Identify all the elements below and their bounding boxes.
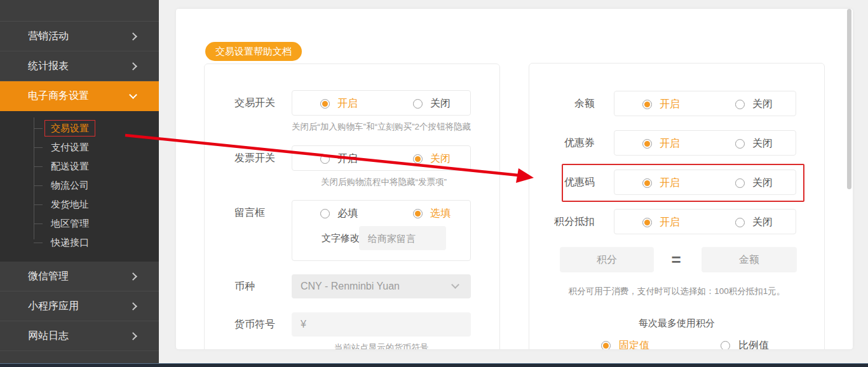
message-box-label: 留言框 [234,200,265,225]
sidebar-header [0,0,159,22]
invoice-switch-helper-text: 关闭后购物流程中将隐藏“发票项” [321,177,447,188]
radio-fixed-value[interactable]: 固定值 [601,336,649,349]
radio-trade-on[interactable]: 开启 [320,91,358,116]
radio-ratio-value[interactable]: 比例值 [721,336,769,349]
chevron-right-icon [129,272,137,281]
marketing-settings-panel: 余额 开启 关闭 优惠券 开启 关闭 [529,63,825,349]
chevron-right-icon [129,32,137,41]
sidebar-item-label: 电子商务设置 [28,90,89,103]
chevron-right-icon [129,302,137,310]
sidebar-item-miniprogram-apps[interactable]: 小程序应用 [0,291,159,321]
radio-label: 开启 [337,97,358,110]
radio-label: 开启 [660,137,680,150]
radio-unselected-icon [320,154,330,164]
radio-selected-icon [320,99,330,109]
sidebar-item-statistics-reports[interactable]: 统计报表 [0,51,159,81]
radio-coupon-on[interactable]: 开启 [642,131,680,156]
chevron-right-icon [129,62,137,70]
radio-coupon-off[interactable]: 关闭 [735,131,773,156]
radio-unselected-icon [721,341,730,350]
sidebar: 营销活动 统计报表 电子商务设置 交易设置 支付设置 配送设置 物流公司 发货地… [0,0,159,364]
radio-invoice-off[interactable]: 关闭 [413,146,451,171]
taskbar-strip [0,363,868,367]
message-box-group: 必填 选填 文字修改 [292,200,471,261]
points-rate-note: 积分可用于消费，支付时可以选择如：100积分抵扣1元。 [529,286,824,297]
radio-promo-code-off[interactable]: 关闭 [735,170,773,196]
submenu-item-label: 快递接口 [51,237,89,248]
trade-switch-helper-text: 关闭后“加入购物车”和“立刻购买”2个按钮将隐藏 [292,121,471,133]
chevron-down-icon [451,281,459,289]
radio-selected-icon [413,154,423,164]
radio-label: 固定值 [619,339,649,350]
sidebar-item-marketing-activities[interactable]: 营销活动 [0,22,159,51]
submenu-item-label: 交易设置 [44,120,95,137]
ecommerce-settings-submenu: 交易设置 支付设置 配送设置 物流公司 发货地址 地区管理 快递接口 [0,111,159,262]
radio-label: 开启 [660,216,680,229]
submenu-item-trade-settings[interactable]: 交易设置 [0,119,159,138]
balance-switch-group: 开启 关闭 [614,91,796,116]
radio-unselected-icon [735,178,745,188]
radio-selected-icon [642,218,652,227]
sidebar-item-website-logs[interactable]: 网站日志 [0,321,159,351]
submenu-item-shipping-address[interactable]: 发货地址 [0,195,159,214]
submenu-item-label: 物流公司 [51,180,89,190]
submenu-item-region-management[interactable]: 地区管理 [0,214,159,233]
message-text-input[interactable] [359,226,446,250]
submenu-item-delivery-settings[interactable]: 配送设置 [0,157,159,176]
radio-invoice-on[interactable]: 开启 [320,146,358,171]
invoice-switch-label: 发票开关 [234,145,275,171]
radio-selected-icon [642,100,652,109]
submenu-item-logistics-companies[interactable]: 物流公司 [0,176,159,195]
currency-symbol-helper-text: 当前站点显示的货币符号 [292,342,471,349]
sidebar-item-label: 微信管理 [28,270,69,283]
radio-label: 开启 [660,98,680,111]
radio-label: 关闭 [752,137,773,150]
sidebar-item-ecommerce-settings[interactable]: 电子商务设置 [0,81,159,111]
radio-label: 开启 [660,177,680,190]
currency-select[interactable]: CNY - Renminbi Yuan [292,274,471,298]
submenu-item-express-api[interactable]: 快递接口 [0,233,159,252]
radio-label: 关闭 [430,152,451,166]
radio-selected-icon [642,139,652,149]
radio-label: 关闭 [752,177,773,190]
settings-page-container: 交易设置帮助文档 交易开关 开启 关闭 关闭后“加入购物车”和“立刻购买”2个按… [176,9,853,349]
radio-balance-off[interactable]: 关闭 [735,91,773,117]
submenu-item-label: 支付设置 [51,142,89,152]
radio-message-required[interactable]: 必填 [320,201,358,226]
sidebar-item-label: 网站日志 [28,330,69,343]
radio-points-deduct-on[interactable]: 开启 [642,210,680,235]
scrollbar-thumb[interactable] [847,9,851,189]
submenu-item-label: 配送设置 [51,161,89,171]
promo-code-switch-group: 开启 关闭 [614,170,796,195]
radio-points-deduct-off[interactable]: 关闭 [735,210,773,235]
radio-unselected-icon [735,218,745,227]
trade-switch-group: 开启 关闭 [292,90,471,116]
radio-trade-off[interactable]: 关闭 [413,91,451,116]
currency-symbol-label: 货币符号 [234,312,275,337]
points-input[interactable] [560,247,654,272]
coupon-switch-group: 开启 关闭 [614,130,796,156]
trade-settings-help-doc-button[interactable]: 交易设置帮助文档 [205,42,302,61]
radio-promo-code-on[interactable]: 开启 [642,170,680,196]
sidebar-item-wechat-management[interactable]: 微信管理 [0,262,159,291]
radio-selected-icon [601,341,611,350]
radio-label: 关闭 [752,98,773,111]
radio-unselected-icon [320,209,330,218]
radio-unselected-icon [735,139,745,149]
radio-label: 选填 [430,207,451,220]
sidebar-item-label: 统计报表 [28,60,69,73]
submenu-item-label: 地区管理 [51,218,89,229]
message-text-edit-label: 文字修改 [322,226,360,250]
radio-label: 必填 [337,207,358,220]
trade-switch-label: 交易开关 [234,90,275,116]
currency-symbol-input[interactable] [292,312,471,337]
submenu-item-payment-settings[interactable]: 支付设置 [0,138,159,157]
sidebar-item-label: 营销活动 [28,30,69,43]
radio-label: 关闭 [752,216,773,229]
radio-balance-on[interactable]: 开启 [642,91,680,117]
radio-message-optional[interactable]: 选填 [413,201,451,226]
amount-input[interactable] [702,247,797,272]
main-content-area: 交易设置帮助文档 交易开关 开启 关闭 关闭后“加入购物车”和“立刻购买”2个按… [159,0,868,363]
points-deduct-label: 积分抵扣 [529,209,595,234]
radio-label: 关闭 [430,97,451,110]
